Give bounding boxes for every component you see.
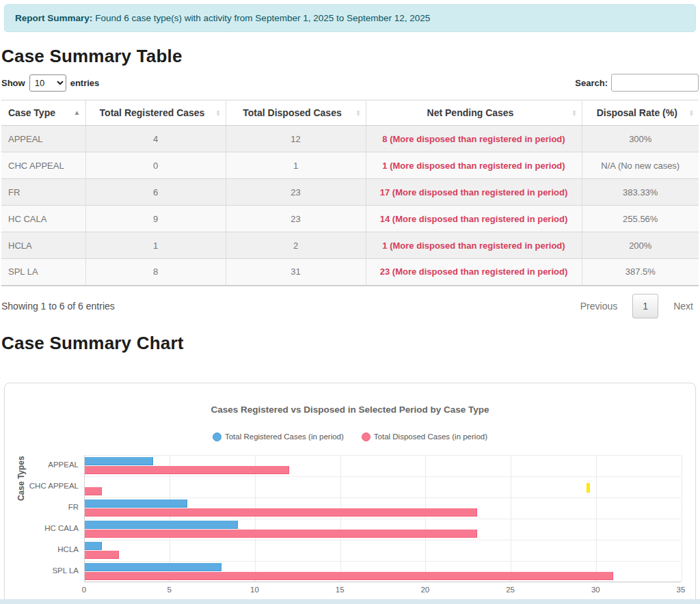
table-row: HCLA121 (More disposed than registered i… [1,232,699,259]
page-length-control: Show 10 entries [1,74,99,92]
sort-both-icon: ▲▼ [216,109,221,116]
case-type-cell: HC CALA [1,206,85,232]
net-pending-cell: 17 (More disposed than registered in per… [366,179,582,206]
disposal-rate-cell: 383.33% [582,179,699,206]
net-pending-cell: 1 (More disposed than registered in peri… [366,232,582,259]
y-category-label: HCLA [5,545,79,553]
chart-card: Cases Registered vs Disposed in Selected… [4,383,696,600]
x-tick-label: 10 [241,586,268,594]
x-axis-title: Number of Cases [84,598,681,600]
x-tick-label: 25 [497,586,524,594]
column-header-disposal-rate[interactable]: Disposal Rate (%) ▲▼ [582,100,699,126]
next-page-button[interactable]: Next [668,297,699,316]
disposed-cell: 12 [226,126,366,152]
page-background-strip [0,599,700,604]
table-footer: Showing 1 to 6 of 6 entries Previous 1 N… [1,293,699,319]
disposed-cell: 23 [226,206,366,232]
registered-cell: 6 [85,179,226,206]
sort-asc-icon: ▲ [74,109,81,116]
table-row: APPEAL4128 (More disposed than registere… [1,126,699,152]
disposed-cell: 2 [226,232,366,259]
disposed-bar [85,572,613,580]
column-header-disposed[interactable]: Total Disposed Cases ▲▼ [226,100,366,126]
disposed-cell: 1 [226,152,366,179]
x-tick-label: 5 [156,586,183,594]
plot-wrap: Case Types APPEALCHC APPEALFRHC CALAHCLA… [5,383,695,600]
registered-cell: 8 [85,259,226,286]
case-type-cell: SPL LA [1,259,85,286]
report-summary-label: Report Summary: [15,13,92,23]
registered-bar [85,521,238,529]
gridline [85,561,681,562]
table-row: CHC APPEAL011 (More disposed than regist… [1,152,699,179]
sort-both-icon: ▲▼ [572,109,577,116]
disposed-cell: 31 [226,259,366,286]
page-length-select[interactable]: 10 [29,74,66,92]
registered-cell: 1 [85,232,226,259]
y-category-label: CHC APPEAL [5,482,79,490]
y-category-label: APPEAL [5,461,79,469]
disposed-bar [85,551,119,559]
case-type-cell: HCLA [1,232,85,259]
net-pending-cell: 8 (More disposed than registered in peri… [366,126,582,152]
disposed-cell: 23 [226,179,366,206]
table-section-title: Case Summary Table [1,46,700,67]
show-label: Show [1,78,25,88]
x-tick-label: 30 [582,586,609,594]
plot-area [84,455,681,582]
registered-bar [85,457,153,465]
x-tick-label: 35 [667,586,695,594]
page: Report Summary:Found 6 case type(s) with… [0,0,700,599]
table-header-row: Case Type ▲ Total Registered Cases ▲▼ To… [1,100,699,126]
net-pending-cell: 14 (More disposed than registered in per… [366,206,582,232]
x-tick-label: 0 [70,586,98,594]
net-pending-cell: 1 (More disposed than registered in peri… [366,152,582,179]
current-page-button[interactable]: 1 [632,294,658,318]
table-row: HC CALA92314 (More disposed than registe… [1,206,699,232]
chart-section-title: Case Summary Chart [1,333,700,354]
report-summary-text: Found 6 case type(s) with activity from … [95,13,430,23]
y-category-label: FR [5,503,79,511]
disposed-bar [85,466,289,474]
search-control: Search: [575,74,699,92]
column-header-net-pending[interactable]: Net Pending Cases ▲▼ [366,100,582,126]
gridline [85,519,681,519]
y-category-label: HC CALA [5,524,79,532]
gridline [85,540,681,540]
gridline [85,476,681,477]
registered-bar [85,542,102,550]
pagination: Previous 1 Next [575,294,699,318]
case-type-cell: APPEAL [1,126,85,152]
column-header-registered[interactable]: Total Registered Cases ▲▼ [85,100,226,126]
disposal-rate-cell: 387.5% [582,259,699,286]
previous-page-button[interactable]: Previous [575,297,623,316]
column-header-case-type[interactable]: Case Type ▲ [1,100,85,126]
gridline [85,455,681,456]
search-input[interactable] [611,74,699,92]
case-type-cell: FR [1,179,85,206]
report-summary-alert: Report Summary:Found 6 case type(s) with… [4,4,696,32]
table-row: SPL LA83123 (More disposed than register… [1,259,699,286]
disposed-bar [85,530,477,538]
sort-both-icon: ▲▼ [689,109,694,116]
case-summary-table: Case Type ▲ Total Registered Cases ▲▼ To… [1,100,699,286]
registered-cell: 0 [85,152,226,179]
disposal-rate-cell: 300% [582,126,699,152]
sort-both-icon: ▲▼ [356,109,361,116]
registered-cell: 9 [85,206,226,232]
case-type-cell: CHC APPEAL [1,152,85,179]
entries-label: entries [70,78,100,88]
registered-bar [85,563,221,571]
x-tick-label: 15 [326,586,353,594]
disposed-bar [85,508,477,517]
gridline [85,582,681,583]
registered-cell: 4 [85,126,226,152]
search-label: Search: [575,78,608,88]
gridline [682,455,682,581]
net-pending-cell: 23 (More disposed than registered in per… [366,259,582,286]
cursor-artifact [587,483,590,493]
x-tick-label: 20 [412,586,439,594]
datatable-controls: Show 10 entries Search: [1,74,699,92]
table-row: FR62317 (More disposed than registered i… [1,179,699,206]
y-category-label: SPL LA [5,566,79,575]
